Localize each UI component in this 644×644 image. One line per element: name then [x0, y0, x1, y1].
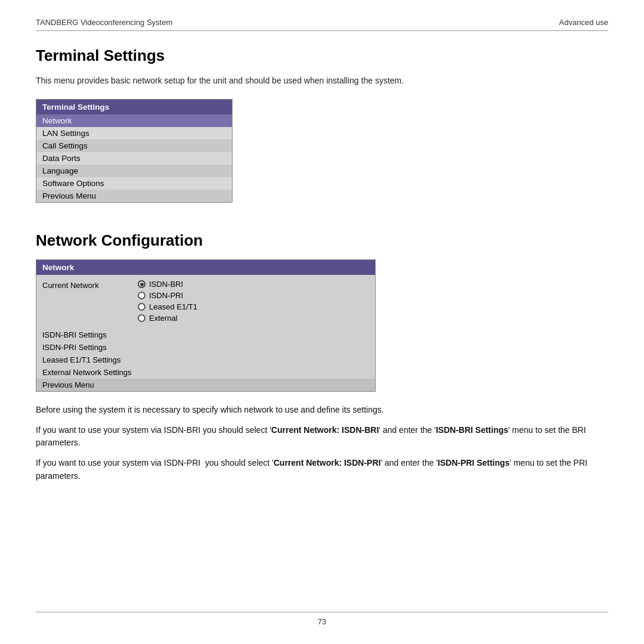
menu-item-previous-menu[interactable]: Previous Menu: [36, 190, 232, 202]
menu-item-software-options[interactable]: Software Options: [36, 177, 232, 190]
radio-circle-leased-e1t1: [138, 303, 145, 311]
menu-item-lan-settings[interactable]: LAN Settings: [36, 127, 232, 140]
radio-circle-external: [138, 314, 145, 322]
network-menu-external-network-settings[interactable]: External Network Settings: [36, 366, 375, 379]
terminal-settings-menu: Terminal Settings Network LAN Settings C…: [36, 99, 233, 203]
current-network-row: Current Network ISDN-BRI ISDN-PRI: [36, 275, 375, 329]
current-network-label: Current Network: [42, 280, 138, 290]
body-text-2: If you want to use your system via ISDN-…: [36, 424, 608, 450]
radio-options-group: ISDN-BRI ISDN-PRI Leased E1/T1: [138, 280, 197, 329]
network-configuration-title: Network Configuration: [36, 231, 608, 250]
header-title: TANDBERG Videoconferencing System: [36, 18, 172, 27]
menu-item-network[interactable]: Network: [36, 114, 232, 127]
radio-option-isdn-pri[interactable]: ISDN-PRI: [138, 291, 197, 300]
page-header: TANDBERG Videoconferencing System Advanc…: [36, 18, 608, 31]
radio-label-external: External: [149, 314, 178, 323]
radio-label-leased-e1t1: Leased E1/T1: [149, 302, 197, 311]
terminal-settings-menu-header: Terminal Settings: [36, 100, 232, 114]
network-menu-previous-menu[interactable]: Previous Menu: [36, 379, 375, 391]
network-menu-isdn-bri-settings[interactable]: ISDN-BRI Settings: [36, 329, 375, 341]
radio-label-isdn-bri: ISDN-BRI: [149, 280, 183, 289]
page-footer: 73: [36, 612, 608, 626]
radio-circle-isdn-pri: [138, 292, 145, 299]
terminal-settings-title: Terminal Settings: [36, 47, 608, 65]
body-text-3: If you want to use your system via ISDN-…: [36, 457, 608, 482]
menu-item-call-settings[interactable]: Call Settings: [36, 140, 232, 152]
terminal-settings-section: Terminal Settings This menu provides bas…: [36, 42, 608, 221]
menu-item-language[interactable]: Language: [36, 165, 232, 177]
radio-option-isdn-bri[interactable]: ISDN-BRI: [138, 280, 197, 289]
network-menu-leased-e1t1-settings[interactable]: Leased E1/T1 Settings: [36, 354, 375, 366]
network-menu-box: Network Current Network ISDN-BRI: [36, 259, 376, 392]
page-number: 73: [318, 617, 326, 626]
terminal-settings-description: This menu provides basic network setup f…: [36, 75, 608, 87]
network-body: Current Network ISDN-BRI ISDN-PRI: [36, 275, 375, 391]
network-menu-header: Network: [36, 260, 375, 275]
network-configuration-section: Network Configuration Network Current Ne…: [36, 227, 608, 490]
header-section: Advanced use: [559, 18, 608, 27]
network-menu-isdn-pri-settings[interactable]: ISDN-PRI Settings: [36, 341, 375, 354]
radio-option-external[interactable]: External: [138, 314, 197, 323]
radio-circle-isdn-bri: [138, 280, 145, 288]
radio-option-leased-e1t1[interactable]: Leased E1/T1: [138, 302, 197, 311]
radio-label-isdn-pri: ISDN-PRI: [149, 291, 183, 300]
body-text-1: Before using the system it is necessary …: [36, 404, 608, 417]
menu-item-data-ports[interactable]: Data Ports: [36, 152, 232, 165]
